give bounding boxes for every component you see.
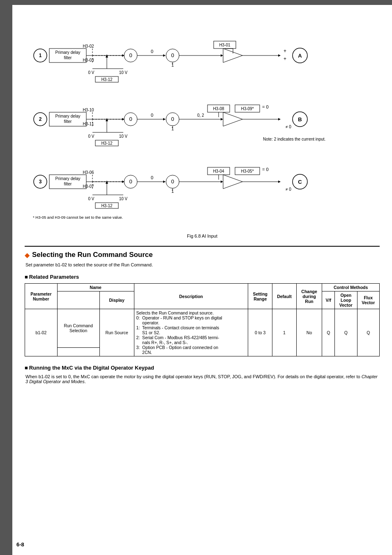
svg-text:1: 1 xyxy=(39,53,42,58)
section-intro: Set parameter b1-02 to select the source… xyxy=(25,262,380,267)
svg-text:0: 0 xyxy=(129,52,132,58)
col-name: Name xyxy=(57,284,134,291)
running-body-end: . xyxy=(85,379,86,384)
svg-text:≠ 0: ≠ 0 xyxy=(286,125,291,129)
svg-text:Primary delay: Primary delay xyxy=(55,114,80,118)
diamond-icon: ◆ xyxy=(25,251,30,259)
svg-marker-73 xyxy=(221,118,223,120)
related-parameters-heading: Related Parameters xyxy=(25,274,380,280)
param-default-cell: 1 xyxy=(272,309,297,356)
svg-text:2: 2 xyxy=(39,116,42,122)
param-open-loop-cell: Q xyxy=(335,309,357,356)
running-section: Running the MxC via the Digital Operator… xyxy=(25,365,380,384)
svg-text:0 V: 0 V xyxy=(88,134,94,139)
col-change-run: ChangeduringRun xyxy=(296,284,322,309)
svg-text:10 V: 10 V xyxy=(119,197,128,201)
svg-text:≠ 0: ≠ 0 xyxy=(286,187,291,192)
table-row: b1-02 Run CommandSelection Run Source Se… xyxy=(25,309,380,348)
svg-text:10 V: 10 V xyxy=(119,70,128,75)
svg-text:H3-02: H3-02 xyxy=(83,44,94,49)
col-display-label: Display xyxy=(99,291,134,309)
running-heading: Running the MxC via the Digital Operator… xyxy=(25,365,380,371)
svg-text:= 0: = 0 xyxy=(262,167,269,172)
section-title: Selecting the Run Command Source xyxy=(32,251,153,259)
svg-text:0, 2: 0, 2 xyxy=(197,113,204,118)
svg-text:10 V: 10 V xyxy=(119,134,128,139)
param-change-run-cell: No xyxy=(296,309,322,356)
svg-text:Note: 2 indicates the current : Note: 2 indicates the current input. xyxy=(263,137,325,141)
svg-text:B: B xyxy=(298,116,302,123)
param-name-cell-2 xyxy=(57,347,99,356)
svg-marker-34 xyxy=(278,54,281,57)
svg-text:H3-04: H3-04 xyxy=(213,169,224,173)
param-vf-cell: Q xyxy=(322,309,335,356)
svg-text:3: 3 xyxy=(39,179,42,185)
svg-text:filter: filter xyxy=(64,119,72,124)
svg-text:*  H3-05 and H3-09 cannot be s: * H3-05 and H3-09 cannot be set to the s… xyxy=(33,215,123,220)
running-body: When b1-02 is set to 0, the MxC can oper… xyxy=(25,374,380,384)
svg-text:0: 0 xyxy=(151,49,153,54)
svg-text:H3-08: H3-08 xyxy=(213,106,224,111)
svg-text:Primary delay: Primary delay xyxy=(55,50,80,55)
svg-marker-118 xyxy=(223,175,242,189)
page-top-bar xyxy=(0,0,392,5)
page-left-bar xyxy=(0,0,12,555)
svg-text:H3-12: H3-12 xyxy=(101,204,113,208)
svg-text:= 0: = 0 xyxy=(262,104,269,109)
svg-text:H3-12: H3-12 xyxy=(101,77,113,82)
col-flux-vector: FluxVector xyxy=(357,291,379,309)
svg-text:0: 0 xyxy=(129,178,132,185)
diagram-area: 1 Primary delay filter H3-02 H3-03 0 V 1… xyxy=(25,13,380,238)
svg-text:0: 0 xyxy=(171,52,174,58)
section-divider xyxy=(25,246,380,247)
parameters-table: ParameterNumber Name Description Setting… xyxy=(25,283,380,356)
svg-marker-117 xyxy=(221,180,223,183)
col-name-label xyxy=(57,291,99,309)
svg-text:filter: filter xyxy=(64,182,72,186)
col-description: Description xyxy=(134,284,248,309)
svg-marker-108 xyxy=(163,180,166,183)
svg-text:H3-10: H3-10 xyxy=(83,108,94,112)
svg-marker-100 xyxy=(106,180,108,184)
svg-text:Primary delay: Primary delay xyxy=(55,176,80,181)
svg-text:C: C xyxy=(298,179,302,185)
svg-marker-122 xyxy=(278,180,281,183)
svg-marker-64 xyxy=(163,118,166,120)
section-heading: ◆ Selecting the Run Command Source xyxy=(25,251,380,259)
svg-marker-28 xyxy=(221,54,223,57)
svg-marker-14 xyxy=(106,54,108,58)
running-body-text: When b1-02 is set to 0, the MxC can oper… xyxy=(25,374,362,379)
svg-marker-56 xyxy=(106,118,108,121)
ai-input-diagram: 1 Primary delay filter H3-02 H3-03 0 V 1… xyxy=(25,13,378,231)
param-display-cell: Run Source xyxy=(99,309,134,356)
svg-text:H3-01: H3-01 xyxy=(219,43,231,47)
svg-text:H3-06: H3-06 xyxy=(83,170,94,175)
svg-text:0: 0 xyxy=(171,178,174,185)
col-default: Default xyxy=(272,284,297,309)
svg-text:0 V: 0 V xyxy=(88,70,94,75)
svg-marker-74 xyxy=(223,112,242,126)
param-name-cell: Run CommandSelection xyxy=(57,309,99,348)
param-flux-vector-cell: Q xyxy=(357,309,379,356)
svg-marker-22 xyxy=(163,54,166,57)
col-control-methods: Control Methods xyxy=(322,284,380,291)
svg-marker-78 xyxy=(278,118,281,120)
svg-text:0: 0 xyxy=(129,116,132,122)
svg-text:+: + xyxy=(284,56,286,62)
svg-text:H3-12: H3-12 xyxy=(101,141,113,146)
svg-text:0: 0 xyxy=(151,175,153,180)
svg-text:A: A xyxy=(298,53,302,59)
svg-text:0: 0 xyxy=(171,116,174,122)
param-setting-range-cell: 0 to 3 xyxy=(248,309,272,356)
svg-text:filter: filter xyxy=(64,56,72,60)
figure-caption: Fig 6.8 AI Input xyxy=(25,234,380,238)
svg-text:+: + xyxy=(284,48,286,54)
col-vf: V/f xyxy=(322,291,335,309)
param-number-cell: b1-02 xyxy=(25,309,58,356)
param-desc-cell: Selects the Run Command input source. 0:… xyxy=(134,309,248,356)
svg-text:0 V: 0 V xyxy=(88,197,94,201)
col-param-number: ParameterNumber xyxy=(25,284,58,309)
svg-text:0: 0 xyxy=(151,113,153,118)
col-setting-range: SettingRange xyxy=(248,284,272,309)
svg-text:H3-05*: H3-05* xyxy=(241,169,254,173)
